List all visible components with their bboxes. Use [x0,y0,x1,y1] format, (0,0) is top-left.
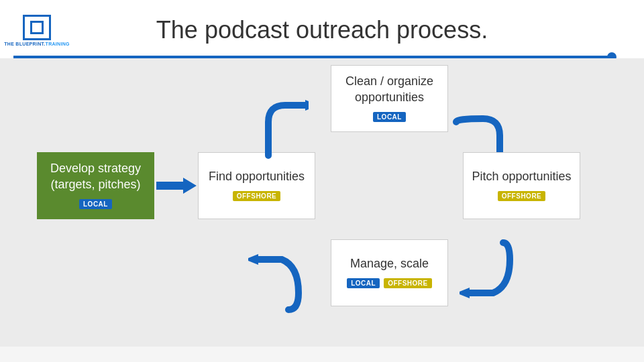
develop-strategy-text: Develop strategy (targets, pitches) [44,161,147,192]
manage-offshore-badge: OFFSHORE [384,278,432,288]
progress-bar-container [0,50,644,58]
develop-local-badge: LOCAL [79,199,112,209]
pitch-offshore-badge: OFFSHORE [498,191,546,201]
header: THE BLUEPRINT.TRAINING The podcast outre… [0,0,644,50]
arrow-curve-manage-find [248,246,302,306]
svg-marker-4 [248,254,258,265]
clean-organize-box: Clean / organize opportunities LOCAL [331,65,448,132]
find-opportunities-text: Find opportunities [209,169,305,184]
page-title: The podcast outreach process. [67,16,624,44]
arrow-right-develop-find [156,178,197,194]
svg-marker-0 [156,178,197,194]
clean-organize-text: Clean / organize opportunities [338,74,441,105]
clean-local-badge: LOCAL [373,112,406,122]
manage-local-badge: LOCAL [347,278,380,288]
find-offshore-badge: OFFSHORE [233,191,281,201]
svg-marker-3 [460,288,470,298]
develop-strategy-box: Develop strategy (targets, pitches) LOCA… [37,152,154,219]
manage-scale-text: Manage, scale [350,256,429,272]
find-opportunities-box: Find opportunities OFFSHORE [198,152,315,219]
pitch-opportunities-box: Pitch opportunities OFFSHORE [463,152,580,219]
pitch-opportunities-text: Pitch opportunities [472,169,571,184]
main-content: Develop strategy (targets, pitches) LOCA… [0,58,644,347]
logo: THE BLUEPRINT.TRAINING [13,10,60,50]
arrow-curve-find-clean [255,99,309,159]
svg-marker-1 [305,100,309,111]
arrow-curve-pitch-manage [460,239,506,300]
manage-scale-box: Manage, scale LOCAL OFFSHORE [331,239,448,306]
